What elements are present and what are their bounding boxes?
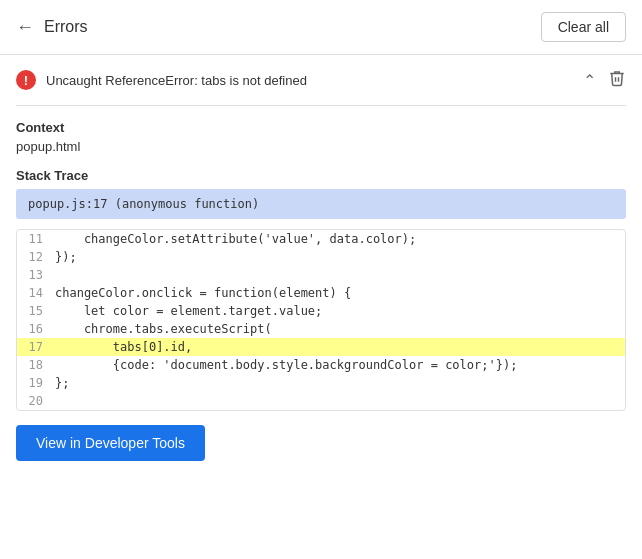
line-number: 15: [17, 304, 55, 318]
context-label: Context: [16, 120, 626, 135]
header-left: ← Errors: [16, 17, 88, 38]
line-code: };: [55, 376, 69, 390]
view-dev-tools-button[interactable]: View in Developer Tools: [16, 425, 205, 461]
line-code: {code: 'document.body.style.backgroundCo…: [55, 358, 517, 372]
back-button[interactable]: ←: [16, 17, 34, 38]
error-item-right: ⌃: [583, 69, 626, 91]
line-number: 18: [17, 358, 55, 372]
code-scroll[interactable]: 11 changeColor.setAttribute('value', dat…: [17, 230, 625, 410]
line-code: });: [55, 250, 77, 264]
error-item: ! Uncaught ReferenceError: tabs is not d…: [16, 55, 626, 106]
code-line: 19};: [17, 374, 625, 392]
code-line: 15 let color = element.target.value;: [17, 302, 625, 320]
header: ← Errors Clear all: [0, 0, 642, 55]
line-number: 17: [17, 340, 55, 354]
page-title: Errors: [44, 18, 88, 36]
code-line: 12});: [17, 248, 625, 266]
code-line: 13: [17, 266, 625, 284]
clear-all-button[interactable]: Clear all: [541, 12, 626, 42]
line-number: 11: [17, 232, 55, 246]
line-number: 14: [17, 286, 55, 300]
line-number: 19: [17, 376, 55, 390]
line-code: let color = element.target.value;: [55, 304, 322, 318]
stack-trace-label: Stack Trace: [16, 168, 626, 183]
error-message: Uncaught ReferenceError: tabs is not def…: [46, 73, 307, 88]
code-block: 11 changeColor.setAttribute('value', dat…: [16, 229, 626, 411]
context-value: popup.html: [16, 139, 626, 154]
code-line: 18 {code: 'document.body.style.backgroun…: [17, 356, 625, 374]
line-number: 20: [17, 394, 55, 408]
line-number: 16: [17, 322, 55, 336]
delete-icon[interactable]: [608, 69, 626, 91]
line-code: changeColor.setAttribute('value', data.c…: [55, 232, 416, 246]
error-item-left: ! Uncaught ReferenceError: tabs is not d…: [16, 70, 583, 90]
code-line: 17 tabs[0].id,: [17, 338, 625, 356]
code-line: 14changeColor.onclick = function(element…: [17, 284, 625, 302]
code-line: 20: [17, 392, 625, 410]
error-icon: !: [16, 70, 36, 90]
code-line: 11 changeColor.setAttribute('value', dat…: [17, 230, 625, 248]
content-area: ! Uncaught ReferenceError: tabs is not d…: [0, 55, 642, 477]
line-number: 13: [17, 268, 55, 282]
stack-trace-value: popup.js:17 (anonymous function): [16, 189, 626, 219]
line-code: tabs[0].id,: [55, 340, 192, 354]
line-code: changeColor.onclick = function(element) …: [55, 286, 351, 300]
line-code: chrome.tabs.executeScript(: [55, 322, 272, 336]
chevron-up-icon[interactable]: ⌃: [583, 71, 596, 90]
error-icon-label: !: [24, 73, 28, 88]
line-number: 12: [17, 250, 55, 264]
code-line: 16 chrome.tabs.executeScript(: [17, 320, 625, 338]
